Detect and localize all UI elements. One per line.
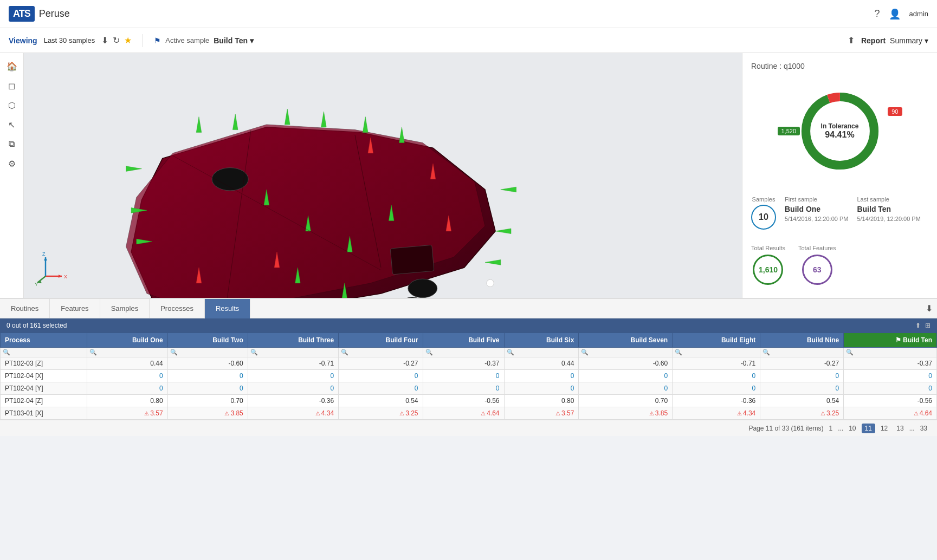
export-icon[interactable]: ⬆ [915, 322, 921, 329]
error-icon: ⚠ [737, 411, 742, 416]
search-b9[interactable]: 🔍 [760, 348, 844, 357]
up-arrow-icon[interactable]: ⬆ [848, 35, 855, 45]
active-sample-section: ⚑ Active sample Build Ten ▾ [154, 36, 254, 45]
logo-icon: ATS [9, 6, 35, 22]
percentage-value: 94.41% [821, 130, 859, 140]
search-b2[interactable]: 🔍 [167, 348, 248, 357]
cell-process: PT102-04 [Z] [1, 395, 87, 407]
build-ten-select[interactable]: Build Ten ▾ [214, 36, 254, 45]
cell-value: -0.37 [844, 357, 937, 370]
cell-value: 0.54 [339, 395, 423, 407]
svg-text:Y: Y [35, 282, 38, 287]
cell-process: PT102-03 [Z] [1, 357, 87, 370]
page-btn-33[interactable]: 33 [917, 424, 930, 433]
green-count-badge: 1,520 [778, 127, 800, 135]
search-b10[interactable]: 🔍 [844, 348, 937, 357]
in-tolerance-label: In Tolerance [821, 122, 859, 130]
search-b3[interactable]: 🔍 [248, 348, 338, 357]
cell-value: 0 [504, 382, 579, 395]
col-build-four[interactable]: Build Four [339, 333, 423, 348]
search-b4[interactable]: 🔍 [339, 348, 423, 357]
cube-tool[interactable]: ⬡ [3, 96, 21, 114]
col-build-eight[interactable]: Build Eight [673, 333, 760, 348]
cell-value: 0 [339, 382, 423, 395]
page-btn-12[interactable]: 12 [877, 424, 891, 433]
samples-circle: 10 [751, 205, 776, 230]
summary-chevron-icon: ▾ [925, 36, 928, 45]
col-build-seven[interactable]: Build Seven [579, 333, 673, 348]
routine-label: Routine : q1000 [751, 62, 928, 70]
last-sample-name: Build Ten [857, 205, 920, 213]
cell-value: 0 [579, 382, 673, 395]
cell-value: 0 [167, 382, 248, 395]
cell-value: 0 [248, 382, 338, 395]
home-tool[interactable]: 🏠 [3, 57, 21, 75]
toolbar: Viewing Last 30 samples ⬇ ↻ ★ ⚑ Active s… [0, 28, 937, 53]
tab-routines[interactable]: Routines [0, 299, 50, 318]
select-tool[interactable]: ◻ [3, 77, 21, 94]
table-body: 🔍 🔍 🔍 🔍 🔍 🔍 🔍 🔍 🔍 🔍 🔍 PT102-03 [Z]0.44-0… [1, 348, 937, 420]
cell-value: -0.56 [423, 395, 504, 407]
search-b5[interactable]: 🔍 [423, 348, 504, 357]
search-b7[interactable]: 🔍 [579, 348, 673, 357]
cell-value: 0 [339, 370, 423, 382]
tab-features[interactable]: Features [50, 299, 100, 318]
summary-select[interactable]: Summary ▾ [890, 36, 928, 45]
error-icon: ⚠ [144, 411, 149, 416]
svg-marker-18 [485, 260, 501, 265]
search-b1[interactable]: 🔍 [87, 348, 168, 357]
search-b6[interactable]: 🔍 [504, 348, 579, 357]
help-icon[interactable]: ? [875, 8, 880, 19]
error-icon: ⚠ [649, 411, 654, 416]
col-build-two[interactable]: Build Two [167, 333, 248, 348]
axis-indicator: X Z Y [35, 249, 73, 287]
first-sample-name: Build One [785, 205, 848, 213]
cell-value: 0 [87, 382, 168, 395]
svg-marker-7 [196, 117, 202, 133]
cell-value: 0.70 [579, 395, 673, 407]
download-icon[interactable]: ⬇ [101, 35, 108, 45]
col-process: Process [1, 333, 87, 348]
cursor-tool[interactable]: ↖ [3, 116, 21, 133]
search-row: 🔍 🔍 🔍 🔍 🔍 🔍 🔍 🔍 🔍 🔍 🔍 [1, 348, 937, 357]
app-name: Peruse [39, 8, 70, 19]
header-icons: ? 👤 admin [875, 8, 928, 20]
grid-icon[interactable]: ⊞ [925, 322, 930, 329]
cell-value: -0.36 [673, 395, 760, 407]
col-build-three[interactable]: Build Three [248, 333, 338, 348]
page-btn-13[interactable]: 13 [893, 424, 907, 433]
tab-results[interactable]: Results [205, 299, 250, 318]
search-process[interactable]: 🔍 [1, 348, 87, 357]
cell-value: ⚠3.85 [167, 407, 248, 420]
report-label: Report [861, 36, 886, 45]
cell-value: 0.54 [760, 395, 844, 407]
last-sample-date: 5/14/2019, 12:20:00 PM [857, 216, 920, 222]
cell-value: -0.56 [844, 395, 937, 407]
page-btn-1[interactable]: 1 [825, 424, 836, 433]
search-b8[interactable]: 🔍 [673, 348, 760, 357]
refresh-icon[interactable]: ↻ [113, 35, 120, 45]
col-build-five[interactable]: Build Five [423, 333, 504, 348]
page-btn-10[interactable]: 10 [845, 424, 859, 433]
star-icon[interactable]: ★ [124, 35, 132, 45]
tab-processes[interactable]: Processes [150, 299, 205, 318]
col-build-nine[interactable]: Build Nine [760, 333, 844, 348]
cell-value: 0 [844, 382, 937, 395]
col-build-ten[interactable]: ⚑ Build Ten [844, 333, 937, 348]
cell-value: 0 [87, 370, 168, 382]
viewport-3d[interactable]: X Z Y [24, 53, 742, 298]
pagination-bar: Page 11 of 33 (161 items) 1 ... 10 11 12… [0, 420, 937, 436]
bottom-panel: Routines Features Samples Processes Resu… [0, 298, 937, 428]
copy-tool[interactable]: ⧉ [3, 135, 21, 153]
table-row: PT102-04 [Y]0000000000 [1, 382, 937, 395]
totals-section: Total Results 1,610 Total Features 63 [751, 240, 928, 289]
user-icon[interactable]: 👤 [889, 8, 901, 20]
download-table-icon[interactable]: ⬇ [926, 303, 933, 314]
error-icon: ⚠ [914, 411, 919, 416]
tab-samples[interactable]: Samples [100, 299, 150, 318]
col-build-six[interactable]: Build Six [504, 333, 579, 348]
settings-tool[interactable]: ⚙ [3, 155, 21, 172]
page-btn-11[interactable]: 11 [862, 424, 875, 433]
svg-marker-42 [59, 275, 62, 278]
col-build-one[interactable]: Build One [87, 333, 168, 348]
